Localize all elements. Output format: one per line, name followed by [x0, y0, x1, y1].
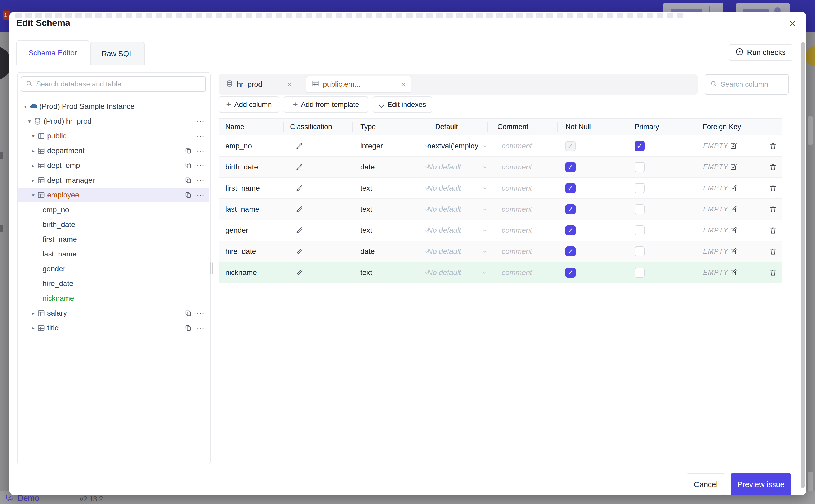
checkbox[interactable]: ✓: [566, 268, 576, 278]
close-icon[interactable]: ×: [401, 80, 405, 89]
default-select[interactable]: No default: [427, 262, 479, 283]
column-name-value[interactable]: last_name: [225, 199, 259, 220]
copy-icon[interactable]: [184, 309, 192, 317]
copy-icon[interactable]: [184, 147, 192, 154]
copy-icon[interactable]: [184, 177, 192, 184]
preview-issue-button[interactable]: Preview issue: [731, 473, 791, 495]
more-icon[interactable]: ⋯: [196, 324, 205, 332]
tab-chip-public-employee[interactable]: public.em... ×: [306, 76, 412, 93]
tree-expand-icon[interactable]: ▾: [29, 192, 37, 198]
tree-collapse-icon[interactable]: ▸: [29, 325, 37, 331]
comment-input[interactable]: comment: [502, 178, 532, 198]
classification-edit-button[interactable]: [295, 178, 303, 198]
classification-edit-button[interactable]: [295, 262, 303, 283]
add-column-button[interactable]: + Add column: [219, 96, 279, 113]
edit-square-icon[interactable]: [730, 157, 737, 177]
checkbox[interactable]: ✓: [635, 268, 645, 278]
type-select[interactable]: text: [360, 220, 372, 241]
checkbox[interactable]: ✓: [566, 183, 576, 193]
tree-item--prod-prod-sample-instance[interactable]: ▾(Prod) Prod Sample Instance: [18, 99, 209, 114]
type-select[interactable]: integer: [360, 135, 383, 156]
comment-input[interactable]: comment: [502, 199, 532, 220]
classification-edit-button[interactable]: [295, 157, 303, 177]
type-select[interactable]: date: [360, 241, 375, 262]
copy-icon[interactable]: [184, 162, 192, 169]
more-icon[interactable]: ⋯: [196, 309, 205, 317]
checkbox[interactable]: ✓: [566, 225, 576, 235]
comment-input[interactable]: comment: [502, 135, 532, 156]
tree-item-hire-date[interactable]: hire_date: [18, 276, 209, 291]
delete-column-button[interactable]: [769, 262, 777, 283]
default-select[interactable]: No default: [427, 241, 479, 262]
tree-collapse-icon[interactable]: ▸: [29, 163, 37, 169]
edit-square-icon[interactable]: [730, 262, 737, 283]
classification-edit-button[interactable]: [295, 199, 303, 220]
type-select[interactable]: date: [360, 157, 375, 177]
panel-resize-handle[interactable]: [210, 262, 215, 274]
column-name-value[interactable]: birth_date: [225, 157, 258, 177]
checkbox[interactable]: ✓: [635, 246, 645, 256]
tree-expand-icon[interactable]: ▾: [21, 104, 29, 110]
classification-edit-button[interactable]: [295, 135, 303, 156]
tree-expand-icon[interactable]: ▾: [26, 118, 33, 124]
close-icon[interactable]: ×: [785, 17, 799, 30]
database-search-input[interactable]: Search database and table: [21, 76, 206, 92]
column-name-value[interactable]: gender: [225, 220, 248, 241]
tree-expand-icon[interactable]: ▾: [29, 133, 37, 139]
delete-column-button[interactable]: [769, 157, 777, 177]
default-select[interactable]: No default: [427, 220, 479, 241]
column-name-value[interactable]: first_name: [225, 178, 260, 198]
more-icon[interactable]: ⋯: [196, 147, 205, 155]
more-icon[interactable]: ⋯: [196, 132, 205, 140]
column-name-value[interactable]: emp_no: [225, 135, 252, 156]
tree-item-title[interactable]: ▸title⋯: [18, 321, 209, 335]
edit-indexes-button[interactable]: ◇ Edit indexes: [373, 96, 432, 113]
checkbox[interactable]: ✓: [635, 204, 645, 214]
tree-collapse-icon[interactable]: ▸: [29, 148, 37, 154]
checkbox[interactable]: ✓: [566, 246, 576, 256]
comment-input[interactable]: comment: [502, 220, 532, 241]
checkbox[interactable]: ✓: [566, 204, 576, 214]
copy-icon[interactable]: [184, 191, 192, 199]
edit-square-icon[interactable]: [730, 241, 737, 262]
tree-item-birth-date[interactable]: birth_date: [18, 217, 209, 232]
tab-raw-sql[interactable]: Raw SQL: [90, 42, 144, 65]
column-name-value[interactable]: hire_date: [225, 241, 256, 262]
cancel-button[interactable]: Cancel: [687, 473, 725, 495]
tree-item-employee[interactable]: ▾employee⋯: [18, 188, 209, 202]
more-icon[interactable]: ⋯: [196, 176, 205, 184]
checkbox[interactable]: ✓: [635, 225, 645, 235]
column-name-value[interactable]: nickname: [225, 262, 257, 283]
tree-item-salary[interactable]: ▸salary⋯: [18, 306, 209, 321]
tree-collapse-icon[interactable]: ▸: [29, 177, 37, 183]
modal-scrollbar-thumb[interactable]: [801, 42, 805, 488]
edit-square-icon[interactable]: [730, 199, 737, 220]
run-checks-button[interactable]: Run checks: [729, 44, 792, 61]
delete-column-button[interactable]: [769, 135, 777, 156]
comment-input[interactable]: comment: [502, 262, 532, 283]
tree-collapse-icon[interactable]: ▸: [29, 310, 37, 316]
default-select[interactable]: No default: [427, 178, 479, 198]
type-select[interactable]: text: [360, 199, 372, 220]
type-select[interactable]: text: [360, 178, 372, 198]
tab-schema-editor[interactable]: Schema Editor: [16, 40, 89, 65]
tree-item-public[interactable]: ▾public⋯: [18, 129, 209, 143]
tree-item-emp-no[interactable]: emp_no: [18, 202, 209, 217]
edit-square-icon[interactable]: [730, 178, 737, 198]
delete-column-button[interactable]: [769, 178, 777, 198]
tab-chip-hr-prod[interactable]: hr_prod ×: [226, 80, 292, 89]
comment-input[interactable]: comment: [502, 241, 532, 262]
checkbox[interactable]: ✓: [635, 141, 645, 151]
default-select[interactable]: nextval('employ: [427, 135, 479, 156]
copy-icon[interactable]: [184, 324, 192, 332]
tree-item-last-name[interactable]: last_name: [18, 247, 209, 261]
default-select[interactable]: No default: [427, 199, 479, 220]
tree-item-department[interactable]: ▸department⋯: [18, 143, 209, 158]
checkbox[interactable]: ✓: [566, 162, 576, 172]
more-icon[interactable]: ⋯: [196, 117, 205, 125]
type-select[interactable]: text: [360, 262, 372, 283]
tree-item-gender[interactable]: gender: [18, 261, 209, 276]
classification-edit-button[interactable]: [295, 220, 303, 241]
delete-column-button[interactable]: [769, 220, 777, 241]
add-from-template-button[interactable]: + Add from template: [284, 96, 368, 113]
